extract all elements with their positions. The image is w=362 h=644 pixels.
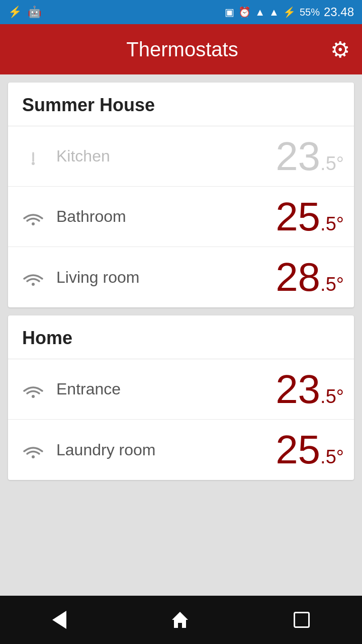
temp-main-value: 23 [276,369,320,410]
status-icons-right: ▣ ⏰ ▲ ▲ ⚡ 55% 23.48 [225,5,354,19]
battery-icon: ⚡ [283,6,296,18]
thermostat-name: Kitchen [56,147,276,166]
nav-bar [0,596,362,644]
wifi-icon: ▲ [255,7,265,18]
group-card-1: HomeEntrance23.5°Laundry room25.5° [8,315,354,480]
temp-main-value: 25 [276,430,320,470]
recents-button[interactable] [274,604,330,636]
thermostat-name: Bathroom [56,207,276,226]
status-icons-left: ⚡ 🤖 [8,6,41,19]
svg-point-0 [32,162,35,165]
svg-point-5 [32,455,35,458]
temp-main-value: 23 [276,136,320,177]
status-time: 23.48 [324,5,354,19]
back-button[interactable] [32,603,86,637]
thermostat-temperature: 23.5° [276,136,344,177]
group-title-1: Home [22,328,72,348]
vibrate-icon: ▣ [225,6,234,18]
svg-marker-6 [172,612,188,628]
thermostat-row[interactable]: Laundry room25.5° [8,420,354,480]
temp-decimal-value: .5° [320,446,344,468]
signal-icon: ▲ [269,7,279,18]
temp-decimal-value: .5° [320,213,344,235]
temp-main-value: 25 [276,197,320,237]
thermostat-temperature: 25.5° [276,197,344,237]
thermostat-wifi-icon [18,268,48,287]
app-bar: Thermostats ⚙ [0,24,362,74]
settings-button[interactable]: ⚙ [330,37,350,62]
usb-icon: ⚡ [8,6,22,19]
svg-point-3 [32,283,35,286]
group-card-0: Summer HouseKitchen23.5°Bathroom25.5°Liv… [8,83,354,307]
android-icon: 🤖 [28,6,41,19]
temp-main-value: 28 [276,257,320,297]
svg-point-2 [32,222,35,225]
home-button[interactable] [151,603,209,637]
temp-decimal-value: .5° [320,153,344,175]
svg-point-4 [32,395,35,398]
thermostat-wifi-icon [18,207,48,226]
thermostat-temperature: 25.5° [276,430,344,470]
app-bar-title: Thermostats [34,38,330,61]
battery-level: 55% [300,7,320,18]
temp-decimal-value: .5° [320,274,344,295]
main-content: Summer HouseKitchen23.5°Bathroom25.5°Liv… [0,74,362,596]
thermostat-temperature: 28.5° [276,257,344,297]
thermostat-name: Living room [56,268,276,287]
thermostat-name: Laundry room [56,441,276,459]
thermostat-wifi-icon [18,440,48,459]
thermostat-row[interactable]: Living room28.5° [8,247,354,307]
group-header-1: Home [8,315,354,359]
thermostat-wifi-icon [18,147,48,166]
alarm-icon: ⏰ [238,6,251,18]
thermostat-wifi-icon [18,380,48,399]
temp-decimal-value: .5° [320,386,344,408]
group-title-0: Summer House [22,95,155,115]
thermostat-temperature: 23.5° [276,369,344,410]
status-bar: ⚡ 🤖 ▣ ⏰ ▲ ▲ ⚡ 55% 23.48 [0,0,362,24]
home-icon [171,611,189,629]
thermostat-row[interactable]: Bathroom25.5° [8,187,354,247]
group-header-0: Summer House [8,83,354,126]
thermostat-row[interactable]: Entrance23.5° [8,359,354,420]
recents-icon [294,612,310,628]
thermostat-name: Entrance [56,380,276,398]
back-icon [52,611,66,629]
thermostat-row[interactable]: Kitchen23.5° [8,126,354,187]
